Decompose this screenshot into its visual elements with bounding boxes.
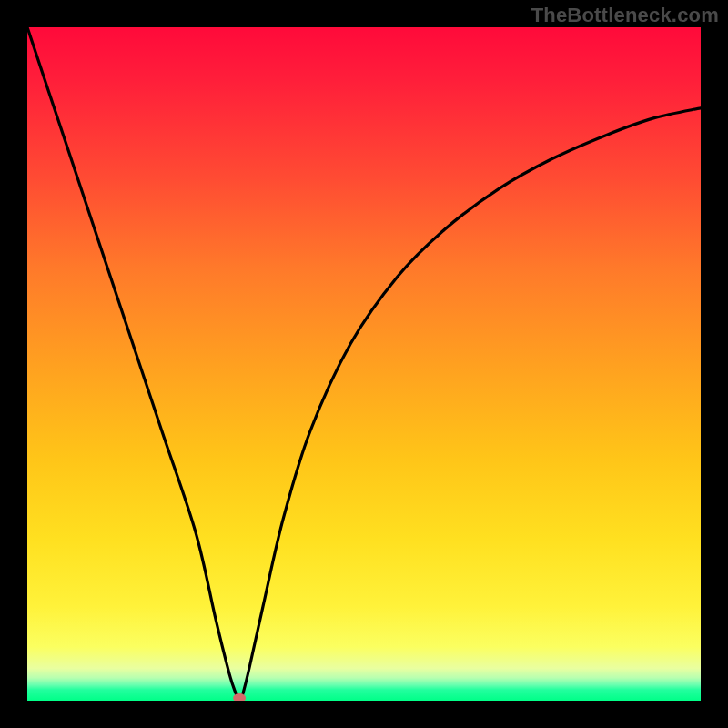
bottleneck-curve	[27, 27, 701, 701]
curve-svg	[27, 27, 701, 701]
plot-area	[27, 27, 701, 701]
chart-frame: TheBottleneck.com	[0, 0, 728, 728]
watermark-text: TheBottleneck.com	[531, 4, 719, 27]
